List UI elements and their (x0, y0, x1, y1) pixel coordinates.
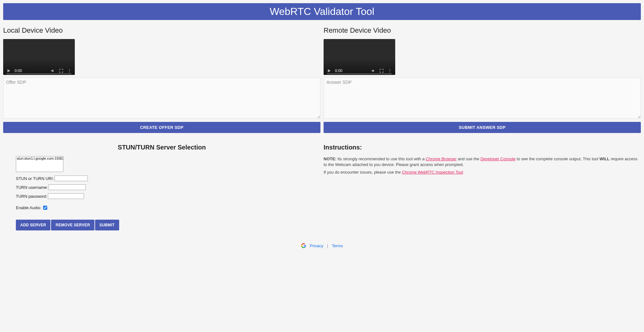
create-offer-button[interactable]: CREATE OFFER SDP (3, 122, 320, 133)
uri-label: STUN or TURN URI: (16, 176, 54, 181)
username-input[interactable] (48, 184, 86, 190)
offer-sdp-textarea[interactable] (3, 77, 320, 119)
svg-point-0 (69, 69, 70, 70)
submit-answer-button[interactable]: SUBMIT ANSWER SDP (324, 122, 641, 133)
volume-icon[interactable] (51, 69, 55, 73)
password-input[interactable] (48, 193, 84, 199)
local-video-heading: Local Device Video (3, 26, 320, 35)
svg-point-4 (390, 70, 390, 71)
remote-video-heading: Remote Device Video (324, 26, 641, 35)
remove-server-button[interactable]: REMOVE SERVER (51, 220, 94, 230)
play-icon[interactable] (6, 69, 11, 73)
uri-input[interactable] (55, 176, 88, 181)
google-logo-icon (301, 243, 306, 249)
stun-heading: STUN/TURN Server Selection (16, 144, 308, 151)
server-list[interactable]: stun:stun1.l.google.com:19302 (16, 156, 63, 172)
password-label: TURN password: (16, 194, 47, 199)
remote-video-time: 0:00 (335, 69, 342, 73)
svg-point-3 (390, 69, 390, 70)
page-title: WebRTC Validator Tool (270, 6, 374, 17)
username-label: TURN username: (16, 185, 48, 190)
chrome-browser-link[interactable]: Chrome Browser (426, 156, 457, 161)
inspection-tool-link[interactable]: Chrome WebRTC Inspection Tool (402, 170, 463, 175)
page-title-bar: WebRTC Validator Tool (3, 3, 641, 20)
privacy-link[interactable]: Privacy (310, 243, 324, 248)
instructions-text: NOTE: Its strongly recommended to use th… (324, 156, 641, 168)
local-video-time: 0:00 (15, 69, 22, 73)
video-progress-track[interactable] (327, 73, 392, 74)
developer-console-link[interactable]: Developer Console (480, 156, 516, 161)
footer: Privacy | Terms (3, 243, 641, 249)
volume-icon[interactable] (371, 69, 376, 73)
remote-video-player[interactable]: 0:00 (324, 39, 395, 75)
svg-point-1 (69, 70, 70, 71)
svg-point-2 (69, 72, 70, 72)
local-video-player[interactable]: 0:00 (3, 39, 75, 75)
video-progress-track[interactable] (6, 73, 72, 74)
more-icon[interactable] (388, 69, 392, 73)
instructions-heading: Instructions: (324, 144, 641, 151)
instructions-text-2: If you do encounter issues, please use t… (324, 169, 641, 175)
server-option[interactable]: stun:stun1.l.google.com:19302 (16, 156, 63, 161)
answer-sdp-textarea[interactable] (324, 77, 641, 119)
add-server-button[interactable]: ADD SERVER (16, 220, 50, 230)
play-icon[interactable] (327, 69, 331, 73)
footer-separator: | (327, 243, 328, 248)
fullscreen-icon[interactable] (379, 69, 384, 73)
terms-link[interactable]: Terms (332, 243, 343, 248)
submit-server-button[interactable]: SUBMIT (95, 220, 119, 230)
svg-point-5 (390, 72, 390, 72)
audio-label: Enable Audio: (16, 205, 41, 210)
fullscreen-icon[interactable] (59, 69, 63, 73)
more-icon[interactable] (67, 69, 72, 73)
enable-audio-checkbox[interactable] (43, 206, 47, 210)
